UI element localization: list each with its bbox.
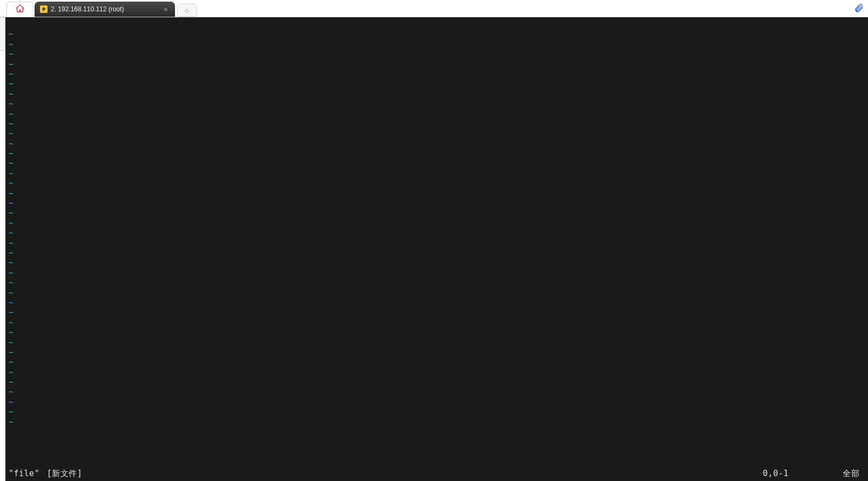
session-tab-title: 2. 192.168.110.112 (root)	[51, 5, 158, 13]
vim-tilde-line: ~	[9, 29, 865, 39]
vim-tilde-line: ~	[9, 169, 865, 178]
close-icon[interactable]: ×	[162, 5, 170, 13]
vim-tilde-line: ~	[9, 238, 865, 248]
vim-tilde-line: ~	[9, 208, 865, 218]
vim-tilde-line: ~	[9, 59, 865, 69]
vim-empty-line	[9, 19, 865, 29]
vim-tilde-line: ~	[9, 357, 865, 367]
status-newfile-label: [新文件]	[47, 469, 83, 478]
right-icons	[854, 3, 864, 15]
vim-tilde-line: ~	[9, 298, 865, 308]
lightning-icon	[40, 5, 48, 13]
vim-tilde-line: ~	[9, 99, 865, 109]
vim-tilde-line: ~	[9, 178, 865, 188]
home-tab[interactable]	[6, 2, 33, 17]
vim-tilde-line: ~	[9, 397, 865, 407]
svg-rect-0	[19, 9, 21, 12]
vim-tilde-line: ~	[9, 129, 865, 138]
vim-tilde-line: ~	[9, 69, 865, 79]
vim-tilde-line: ~	[9, 417, 865, 427]
vim-tilde-line: ~	[9, 39, 865, 49]
vim-tilde-line: ~	[9, 158, 865, 168]
new-tab-glyph: ◇	[185, 8, 189, 14]
status-left: "file" [新文件]	[9, 469, 82, 479]
vim-tilde-line: ~	[9, 328, 865, 337]
vim-tilde-line: ~	[9, 248, 865, 258]
home-icon	[15, 4, 25, 16]
vim-tilde-line: ~	[9, 387, 865, 397]
vim-tilde-line: ~	[9, 139, 865, 149]
vim-tilde-line: ~	[9, 109, 865, 119]
session-tab[interactable]: 2. 192.168.110.112 (root) ×	[35, 2, 175, 17]
vim-tilde-line: ~	[9, 189, 865, 198]
vim-status-line: "file" [新文件] 0,0-1 全部	[9, 468, 865, 479]
vim-tilde-line: ~	[9, 318, 865, 328]
status-filename: "file"	[9, 469, 39, 478]
new-tab-button[interactable]: ◇	[177, 4, 197, 17]
left-rail-handle[interactable]	[0, 17, 5, 51]
tab-bar: 2. 192.168.110.112 (root) × ◇	[0, 0, 868, 17]
vim-tilde-line: ~	[9, 288, 865, 298]
vim-tilde-line: ~	[9, 308, 865, 317]
vim-tilde-line: ~	[9, 89, 865, 99]
vim-tilde-line: ~	[9, 377, 865, 387]
terminal-lines: ~~~~~~~~~~~~~~~~~~~~~~~~~~~~~~~~~~~~~~~~	[9, 19, 865, 468]
vim-tilde-line: ~	[9, 149, 865, 158]
vim-tilde-line: ~	[9, 258, 865, 268]
status-scroll: 全部	[843, 469, 859, 479]
vim-tilde-line: ~	[9, 228, 865, 238]
terminal[interactable]: ~~~~~~~~~~~~~~~~~~~~~~~~~~~~~~~~~~~~~~~~…	[5, 17, 868, 481]
vim-tilde-line: ~	[9, 218, 865, 228]
vim-tilde-line: ~	[9, 407, 865, 417]
vim-tilde-line: ~	[9, 278, 865, 288]
paperclip-icon[interactable]	[854, 3, 864, 15]
vim-tilde-line: ~	[9, 198, 865, 208]
vim-tilde-line: ~	[9, 79, 865, 89]
vim-tilde-line: ~	[9, 368, 865, 377]
vim-tilde-line: ~	[9, 338, 865, 348]
vim-tilde-line: ~	[9, 268, 865, 278]
status-cursor-position: 0,0-1	[763, 469, 789, 478]
vim-tilde-line: ~	[9, 119, 865, 129]
vim-tilde-line: ~	[9, 348, 865, 357]
vim-tilde-line: ~	[9, 49, 865, 59]
